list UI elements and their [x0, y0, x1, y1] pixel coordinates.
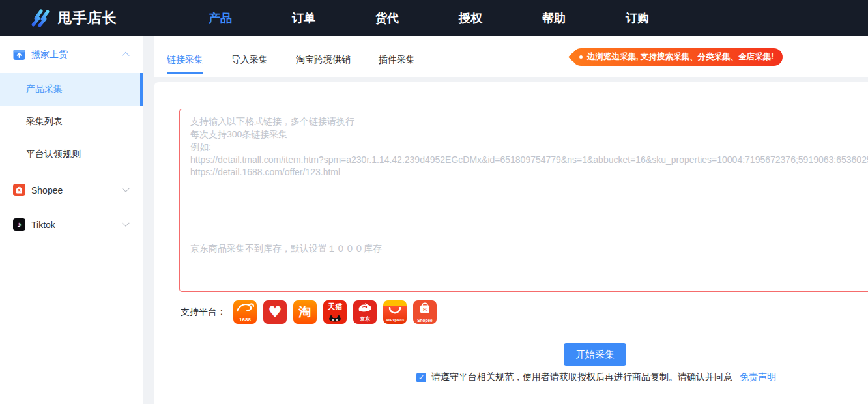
- platform-icon-list: 1688 淘 天猫 京东: [233, 300, 437, 324]
- main-nav: 产品 订单 货代 授权 帮助 订购: [209, 10, 649, 26]
- sidebar: 搬家上货 产品采集 采集列表 平台认领规则 S Shopee ♪ Tiktok: [0, 36, 143, 404]
- tab-taobao-crossborder-supply[interactable]: 淘宝跨境供销: [296, 36, 351, 77]
- chevron-down-icon[interactable]: [122, 184, 129, 192]
- nav-item-help[interactable]: 帮助: [542, 10, 566, 26]
- sidebar-group-label: 搬家上货: [31, 49, 68, 61]
- tab-plugin-collect[interactable]: 3 插件采集: [379, 36, 415, 77]
- box-upload-icon: [13, 48, 25, 61]
- tab-import-collect[interactable]: 2 导入采集: [231, 36, 268, 77]
- nav-item-subscribe[interactable]: 订购: [626, 10, 649, 26]
- sidebar-item-label: 产品采集: [26, 83, 63, 95]
- link-collect-textarea[interactable]: [179, 109, 868, 292]
- brand: 甩手店长: [0, 7, 117, 29]
- nav-item-authorization[interactable]: 授权: [459, 10, 482, 26]
- top-navbar: 甩手店长 产品 订单 货代 授权 帮助 订购: [0, 0, 868, 36]
- shopee-icon: S: [13, 184, 25, 196]
- sidebar-item-collect-list[interactable]: 采集列表: [0, 106, 143, 138]
- chevron-down-icon[interactable]: [122, 219, 129, 226]
- brand-name: 甩手店长: [57, 8, 117, 28]
- start-collect-button[interactable]: 开始采集: [564, 343, 626, 366]
- tab-label: 插件采集: [379, 54, 415, 65]
- platform-1688-icon: 1688: [233, 300, 257, 324]
- tab-link-collect[interactable]: 1 链接采集: [167, 36, 203, 77]
- agreement-text: 请遵守平台相关规范，使用者请获取授权后再进行商品复制。请确认并同意: [431, 371, 732, 383]
- sidebar-group-shopee[interactable]: S Shopee: [0, 173, 143, 207]
- sidebar-item-platform-claim-rules[interactable]: 平台认领规则: [0, 138, 143, 171]
- supported-platforms-row: 支持平台： 1688 淘 天猫: [181, 300, 437, 324]
- svg-text:S: S: [18, 188, 21, 193]
- sidebar-item-product-collect[interactable]: 产品采集: [0, 73, 143, 106]
- disclaimer-link[interactable]: 免责声明: [740, 371, 776, 383]
- promo-banner: 边浏览边采集, 支持搜索采集、分类采集、全店采集!: [572, 48, 783, 66]
- supported-platforms-label: 支持平台：: [181, 306, 227, 318]
- sidebar-group-label: Shopee: [31, 185, 63, 195]
- sidebar-group-tiktok[interactable]: ♪ Tiktok: [0, 207, 143, 242]
- sidebar-group-label: Tiktok: [31, 220, 55, 230]
- tab-label: 链接采集: [167, 54, 203, 65]
- chevron-up-icon[interactable]: [122, 51, 129, 59]
- agreement-row: ✓ 请遵守平台相关规范，使用者请获取授权后再进行商品复制。请确认并同意 免责声明: [416, 371, 776, 383]
- platform-pinduoduo-icon: [263, 300, 287, 324]
- promo-banner-text: 边浏览边采集, 支持搜索采集、分类采集、全店采集!: [587, 51, 774, 63]
- sidebar-item-label: 采集列表: [26, 116, 63, 128]
- sidebar-group-move-listing[interactable]: 搬家上货: [0, 36, 143, 73]
- nav-item-freight[interactable]: 货代: [375, 10, 399, 26]
- platform-aliexpress-icon: AliExpress: [383, 300, 407, 324]
- tab-label: 导入采集: [231, 54, 268, 65]
- tab-label: 淘宝跨境供销: [296, 54, 351, 65]
- brand-logo-icon: [29, 7, 51, 29]
- dot-icon: [579, 55, 583, 59]
- nav-item-orders[interactable]: 订单: [292, 10, 315, 26]
- platform-tmall-icon: 天猫: [323, 300, 347, 324]
- main-panel: 支持平台： 1688 淘 天猫: [154, 82, 868, 404]
- tiktok-icon: ♪: [13, 218, 25, 231]
- svg-text:S: S: [423, 306, 427, 313]
- platform-shopee-icon: S Shopee: [413, 300, 437, 324]
- sidebar-item-label: 平台认领规则: [26, 149, 81, 160]
- platform-jd-icon: 京东: [353, 300, 377, 324]
- collect-tabs: 1 链接采集 2 导入采集 淘宝跨境供销 3 插件采集 边浏览边采集, 支持搜索…: [154, 36, 868, 77]
- agreement-checkbox[interactable]: ✓: [416, 373, 426, 382]
- nav-item-products[interactable]: 产品: [209, 10, 232, 26]
- platform-taobao-icon: 淘: [293, 300, 317, 324]
